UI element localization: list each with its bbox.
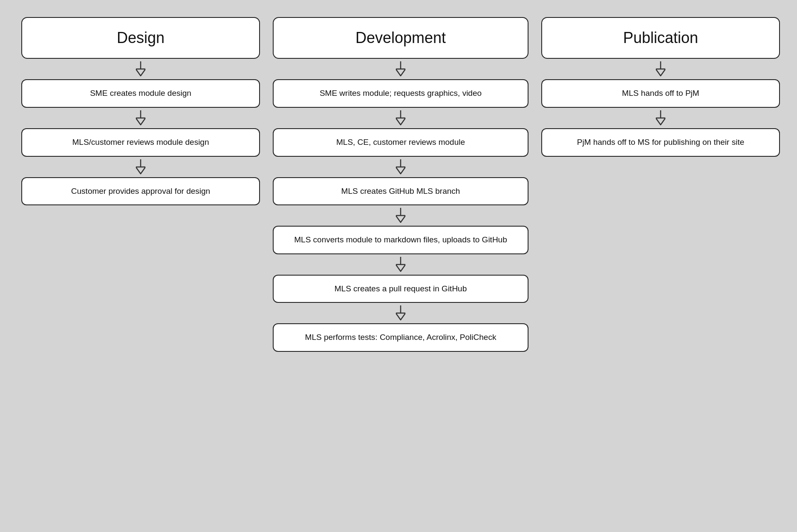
design-step-2: MLS/customer reviews module design <box>21 128 260 157</box>
development-step-2: MLS, CE, customer reviews module <box>273 128 528 157</box>
svg-marker-19 <box>656 69 665 76</box>
svg-marker-11 <box>396 167 405 174</box>
arrow-dev-4 <box>395 208 407 223</box>
arrow-dev-6 <box>395 305 407 321</box>
publication-step-1: MLS hands off to PjM <box>541 79 780 108</box>
development-header: Development <box>273 17 528 59</box>
svg-marker-13 <box>396 216 405 222</box>
arrow-dev-5 <box>395 257 407 272</box>
arrow-2 <box>135 110 147 126</box>
design-column: Design SME creates module design MLS/cus… <box>21 17 260 205</box>
svg-marker-9 <box>396 118 405 125</box>
arrow-pub-2 <box>655 110 667 126</box>
design-header: Design <box>21 17 260 59</box>
arrow-dev-3 <box>395 159 407 175</box>
publication-column: Publication MLS hands off to PjM PjM han… <box>541 17 780 157</box>
arrow-1 <box>135 61 147 77</box>
development-step-6: MLS performs tests: Compliance, Acrolinx… <box>273 323 528 352</box>
svg-marker-5 <box>136 167 145 174</box>
arrow-3 <box>135 159 147 175</box>
development-step-3: MLS creates GitHub MLS branch <box>273 177 528 206</box>
publication-header: Publication <box>541 17 780 59</box>
development-step-1: SME writes module; requests graphics, vi… <box>273 79 528 108</box>
publication-step-2: PjM hands off to MS for publishing on th… <box>541 128 780 157</box>
svg-marker-7 <box>396 69 405 76</box>
development-column: Development SME writes module; requests … <box>273 17 528 352</box>
flowchart: Design SME creates module design MLS/cus… <box>9 9 788 360</box>
development-step-4: MLS converts module to markdown files, u… <box>273 226 528 254</box>
svg-marker-1 <box>136 69 145 76</box>
svg-marker-15 <box>396 265 405 271</box>
design-step-1: SME creates module design <box>21 79 260 108</box>
svg-marker-21 <box>656 118 665 125</box>
development-step-5: MLS creates a pull request in GitHub <box>273 275 528 303</box>
arrow-dev-1 <box>395 61 407 77</box>
design-step-3: Customer provides approval for design <box>21 177 260 206</box>
arrow-dev-2 <box>395 110 407 126</box>
arrow-pub-1 <box>655 61 667 77</box>
svg-marker-17 <box>396 313 405 320</box>
svg-marker-3 <box>136 118 145 125</box>
